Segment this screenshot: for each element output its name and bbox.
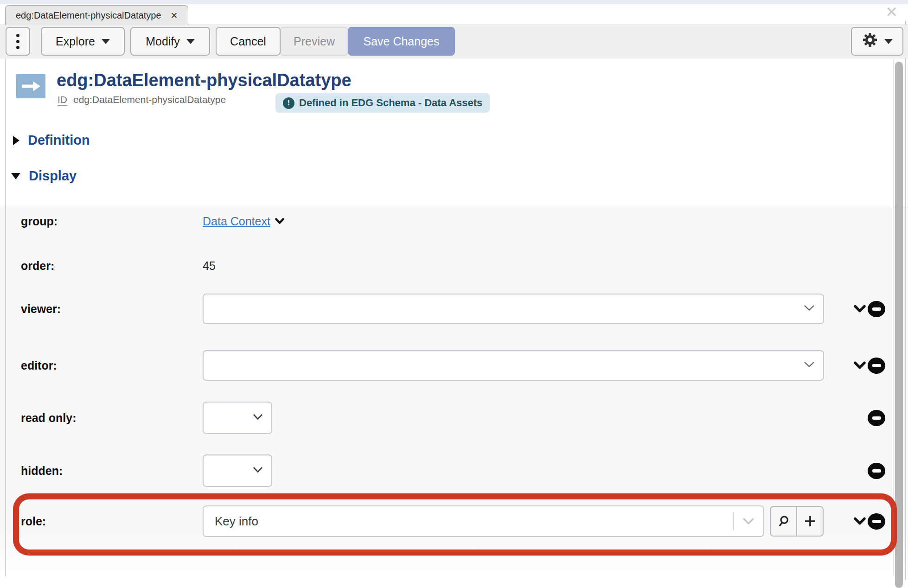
- window-close-icon[interactable]: ✕: [885, 3, 898, 21]
- role-remove-icon[interactable]: [868, 513, 885, 530]
- group-value-link[interactable]: Data Context: [203, 213, 284, 230]
- section-definition[interactable]: Definition: [13, 133, 90, 148]
- role-dropdown-segment: [733, 506, 763, 536]
- chevron-down-icon: [253, 414, 263, 422]
- group-value-text: Data Context: [203, 213, 270, 230]
- gear-icon: [862, 32, 878, 51]
- order-label: order:: [21, 257, 54, 274]
- defined-in-badge: ! Defined in EDG Schema - Data Assets: [275, 93, 490, 113]
- role-input[interactable]: [204, 506, 733, 536]
- page-title: edg:DataElement-physicalDatatype: [57, 70, 352, 90]
- panel-left-border: [5, 59, 6, 576]
- role-search-button[interactable]: [771, 507, 796, 536]
- chevron-down-icon: [275, 218, 284, 224]
- chevron-down-icon: [804, 305, 815, 313]
- kebab-icon: [16, 34, 19, 49]
- collapsed-triangle-icon: [13, 136, 19, 145]
- save-changes-button[interactable]: Save Changes: [348, 27, 455, 56]
- viewer-label: viewer:: [21, 300, 61, 317]
- search-icon: [777, 514, 791, 528]
- explore-label: Explore: [56, 35, 95, 48]
- chevron-down-icon: [742, 518, 755, 525]
- cancel-label: Cancel: [230, 35, 266, 48]
- modify-label: Modify: [146, 35, 180, 48]
- editor-remove-icon[interactable]: [868, 358, 885, 374]
- caret-down-icon: [186, 39, 195, 44]
- viewer-expand-chevron-icon[interactable]: [854, 305, 866, 315]
- separator: [733, 512, 734, 530]
- read-only-label: read only:: [21, 409, 76, 426]
- tab-title: edg:DataElement-physicalDatatype: [16, 10, 161, 21]
- window-top-strip: [0, 0, 908, 4]
- section-definition-title: Definition: [28, 133, 90, 148]
- role-label: role:: [21, 513, 46, 530]
- preview-label: Preview: [294, 35, 335, 48]
- window-right-border: [905, 21, 906, 580]
- panel-right-border: [893, 59, 894, 576]
- editor-label: editor:: [21, 357, 57, 374]
- hidden-remove-icon[interactable]: [868, 463, 885, 479]
- role-input-group: [203, 505, 764, 537]
- role-expand-chevron-icon[interactable]: [854, 517, 866, 527]
- id-label: ID: [58, 94, 67, 106]
- id-value: edg:DataElement-physicalDatatype: [73, 94, 226, 105]
- tab-close-icon[interactable]: ✕: [171, 10, 178, 21]
- resource-id-line: ID edg:DataElement-physicalDatatype: [58, 93, 226, 107]
- editor-select[interactable]: [203, 350, 824, 381]
- chevron-down-icon: [804, 361, 815, 370]
- tab-data-element[interactable]: edg:DataElement-physicalDatatype ✕: [5, 5, 188, 25]
- defined-in-badge-text: Defined in EDG Schema - Data Assets: [299, 97, 482, 109]
- settings-button[interactable]: [851, 27, 903, 56]
- chevron-down-icon: [253, 467, 263, 475]
- hidden-label: hidden:: [21, 462, 63, 479]
- read-only-select[interactable]: [203, 402, 272, 434]
- save-changes-label: Save Changes: [363, 35, 439, 48]
- caret-down-icon: [102, 39, 110, 44]
- caret-down-icon: [884, 39, 893, 44]
- section-display[interactable]: Display: [11, 168, 77, 184]
- property-arrow-icon: [16, 74, 45, 98]
- section-display-title: Display: [29, 168, 77, 184]
- viewer-select[interactable]: [203, 294, 824, 324]
- read-only-remove-icon[interactable]: [868, 410, 885, 426]
- hidden-select[interactable]: [203, 454, 272, 487]
- preview-button: Preview: [280, 27, 348, 56]
- plus-icon: [804, 515, 816, 527]
- role-add-button[interactable]: [796, 507, 823, 536]
- info-icon: !: [283, 97, 294, 109]
- group-label: group:: [21, 213, 58, 230]
- explore-button[interactable]: Explore: [41, 27, 125, 56]
- order-value: 45: [203, 257, 216, 274]
- viewer-remove-icon[interactable]: [868, 301, 885, 317]
- role-lookup-buttons: [770, 506, 824, 537]
- toolbar: Explore Modify Cancel Preview Save Chang…: [0, 25, 908, 58]
- expanded-triangle-icon: [11, 173, 20, 179]
- kebab-menu-button[interactable]: [6, 27, 30, 56]
- cancel-button[interactable]: Cancel: [216, 27, 281, 56]
- editor-expand-chevron-icon[interactable]: [854, 361, 866, 371]
- vertical-scrollbar[interactable]: [895, 62, 903, 588]
- modify-button[interactable]: Modify: [130, 27, 210, 56]
